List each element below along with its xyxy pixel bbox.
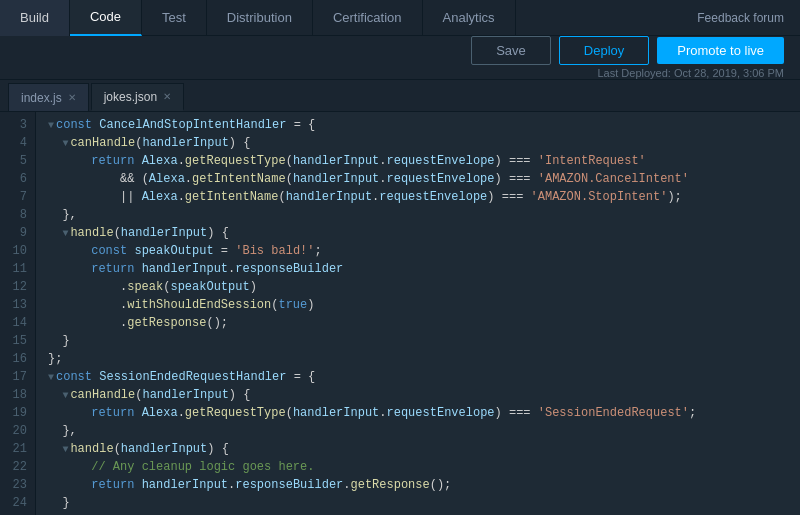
deploy-button[interactable]: Deploy [559,36,649,65]
top-navigation: Build Code Test Distribution Certificati… [0,0,800,36]
code-line: } [48,494,800,512]
nav-tab-distribution[interactable]: Distribution [207,0,313,36]
nav-tab-certification[interactable]: Certification [313,0,423,36]
code-line: || Alexa.getIntentName(handlerInput.requ… [48,188,800,206]
code-line: }, [48,422,800,440]
code-line: }, [48,206,800,224]
code-content[interactable]: ▼const CancelAndStopIntentHandler = { ▼c… [36,112,800,515]
promote-to-live-button[interactable]: Promote to live [657,37,784,64]
close-indexjs-icon[interactable]: ✕ [68,92,76,103]
nav-tab-build[interactable]: Build [0,0,70,36]
code-line: return Alexa.getRequestType(handlerInput… [48,404,800,422]
code-line: .getResponse(); [48,314,800,332]
code-line: // Any cleanup logic goes here. [48,458,800,476]
close-jokesjson-icon[interactable]: ✕ [163,91,171,102]
code-line: ▼const SessionEndedRequestHandler = { [48,368,800,386]
code-line: .withShouldEndSession(true) [48,296,800,314]
file-tab-indexjs-label: index.js [21,91,62,105]
nav-tab-test[interactable]: Test [142,0,207,36]
code-line: } [48,332,800,350]
code-line: && (Alexa.getIntentName(handlerInput.req… [48,170,800,188]
file-tab-jokesjson-label: jokes.json [104,90,157,104]
code-line: const speakOutput = 'Bis bald!'; [48,242,800,260]
code-line: return Alexa.getRequestType(handlerInput… [48,152,800,170]
action-bar: Save Deploy Promote to live Last Deploye… [0,36,800,80]
file-tabs: index.js ✕ jokes.json ✕ [0,80,800,112]
feedback-link[interactable]: Feedback forum [681,0,800,36]
nav-tab-analytics[interactable]: Analytics [423,0,516,36]
line-numbers: 3 4 5 6 7 8 9 10 11 12 13 14 15 16 17 18… [0,112,36,515]
deploy-info: Last Deployed: Oct 28, 2019, 3:06 PM [597,67,784,79]
code-line: ▼handle(handlerInput) { [48,224,800,242]
code-line: return handlerInput.responseBuilder [48,260,800,278]
code-line: return handlerInput.responseBuilder.getR… [48,476,800,494]
file-tab-jokesjson[interactable]: jokes.json ✕ [91,83,184,111]
code-line: ▼canHandle(handlerInput) { [48,386,800,404]
code-line: ▼handle(handlerInput) { [48,440,800,458]
nav-tab-code[interactable]: Code [70,0,142,36]
code-editor[interactable]: 3 4 5 6 7 8 9 10 11 12 13 14 15 16 17 18… [0,112,800,515]
save-button[interactable]: Save [471,36,551,65]
code-line: ▼const CancelAndStopIntentHandler = { [48,116,800,134]
file-tab-indexjs[interactable]: index.js ✕ [8,83,89,111]
code-line: .speak(speakOutput) [48,278,800,296]
code-line: }; [48,350,800,368]
code-line: ▼canHandle(handlerInput) { [48,134,800,152]
